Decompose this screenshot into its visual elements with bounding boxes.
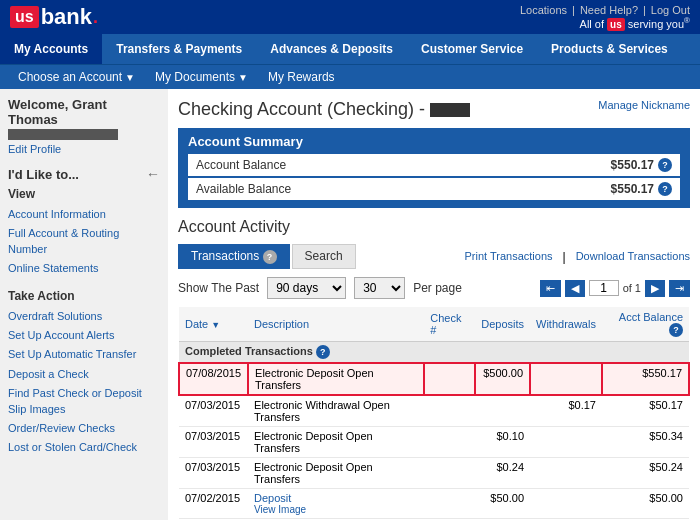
view-image-link[interactable]: View Image — [254, 504, 418, 515]
row1-desc: Electronic Deposit Open Transfers — [248, 363, 424, 395]
row5-withdrawals — [530, 489, 602, 519]
full-account-routing-link[interactable]: Full Account & Routing Number — [8, 224, 160, 259]
locations-link[interactable]: Locations — [520, 4, 567, 16]
date-sort-icon[interactable]: ▼ — [211, 320, 220, 330]
pagination-controls: ⇤ ◀ of 1 ▶ ⇥ — [540, 280, 690, 297]
row4-date: 07/03/2015 — [179, 458, 248, 489]
print-transactions-link[interactable]: Print Transactions — [464, 250, 552, 264]
account-balance-label: Account Balance — [196, 158, 286, 172]
last-page-btn[interactable]: ⇥ — [669, 280, 690, 297]
nav-my-accounts[interactable]: My Accounts — [0, 34, 102, 64]
activity-section-title: Account Activity — [178, 218, 690, 236]
find-past-check-link[interactable]: Find Past Check or Deposit Slip Images — [8, 384, 160, 419]
overdraft-solutions-link[interactable]: Overdraft Solutions — [8, 307, 160, 326]
sidebar: Welcome, Grant Thomas Edit Profile I'd L… — [0, 89, 168, 520]
row1-balance: $550.17 — [602, 363, 689, 395]
row5-date: 07/02/2015 — [179, 489, 248, 519]
transactions-table: Date ▼ Description Check # Deposits With… — [178, 307, 690, 519]
main-content: Checking Account (Checking) - Manage Nic… — [168, 89, 700, 520]
edit-profile-link[interactable]: Edit Profile — [8, 143, 61, 155]
manage-nickname-link[interactable]: Manage Nickname — [598, 99, 690, 111]
row5-check — [424, 489, 475, 519]
serving-us-badge: us — [607, 18, 625, 31]
choose-account-nav[interactable]: Choose an Account ▼ — [8, 65, 145, 89]
table-row: 07/02/2015 Deposit View Image $50.00 $50… — [179, 489, 689, 519]
nav-advances[interactable]: Advances & Deposits — [256, 34, 407, 64]
nav-customer-service[interactable]: Customer Service — [407, 34, 537, 64]
next-page-btn[interactable]: ▶ — [645, 280, 665, 297]
completed-help[interactable]: ? — [316, 345, 330, 359]
top-bar-right: Locations | Need Help? | Log Out All of … — [520, 4, 690, 30]
account-summary-title: Account Summary — [188, 134, 680, 149]
logo-dot: . — [93, 7, 98, 28]
th-deposits: Deposits — [475, 307, 530, 342]
page-title: Checking Account (Checking) - — [178, 99, 470, 120]
th-check: Check # — [424, 307, 475, 342]
table-row: 07/03/2015 Electronic Deposit Open Trans… — [179, 458, 689, 489]
row5-deposits: $50.00 — [475, 489, 530, 519]
days-select[interactable]: 90 days 30 days 60 days 120 days — [267, 277, 346, 299]
welcome-section: Welcome, Grant Thomas Edit Profile — [8, 97, 160, 156]
available-balance-help[interactable]: ? — [658, 182, 672, 196]
th-balance: Acct Balance ? — [602, 307, 689, 342]
row4-check — [424, 458, 475, 489]
row3-withdrawals — [530, 427, 602, 458]
tab-transactions[interactable]: Transactions ? — [178, 244, 290, 269]
sub-nav: Choose an Account ▼ My Documents ▼ My Re… — [0, 64, 700, 89]
account-balance-value: $550.17 ? — [611, 158, 672, 172]
log-out-link[interactable]: Log Out — [651, 4, 690, 16]
my-documents-nav[interactable]: My Documents ▼ — [145, 65, 258, 89]
row4-balance: $50.24 — [602, 458, 689, 489]
available-balance-value: $550.17 ? — [611, 182, 672, 196]
logo-bank: bank — [41, 4, 92, 30]
choose-account-arrow: ▼ — [125, 72, 135, 83]
serving-you: All of us serving you® — [580, 16, 690, 30]
balance-help-icon[interactable]: ? — [669, 323, 683, 337]
my-rewards-nav[interactable]: My Rewards — [258, 65, 345, 89]
row2-deposits — [475, 395, 530, 427]
back-icon[interactable]: ← — [146, 166, 160, 182]
id-like-to-section: I'd Like to... ← — [8, 166, 160, 182]
first-page-btn[interactable]: ⇤ — [540, 280, 561, 297]
set-up-automatic-transfer-link[interactable]: Set Up Automatic Transfer — [8, 345, 160, 364]
available-balance-row: Available Balance $550.17 ? — [188, 178, 680, 200]
available-balance-label: Available Balance — [196, 182, 291, 196]
online-statements-link[interactable]: Online Statements — [8, 259, 160, 278]
order-review-checks-link[interactable]: Order/Review Checks — [8, 419, 160, 438]
account-balance-row: Account Balance $550.17 ? — [188, 154, 680, 176]
deposit-check-link[interactable]: Deposit a Check — [8, 365, 160, 384]
row5-balance: $50.00 — [602, 489, 689, 519]
take-action-section: Take Action Overdraft Solutions Set Up A… — [8, 289, 160, 458]
tabs: Transactions ? Search — [178, 244, 356, 269]
row1-date: 07/08/2015 — [179, 363, 248, 395]
row4-desc: Electronic Deposit Open Transfers — [248, 458, 424, 489]
top-bar: us bank . Locations | Need Help? | Log O… — [0, 0, 700, 34]
account-summary: Account Summary Account Balance $550.17 … — [178, 128, 690, 208]
email-mask — [8, 129, 118, 140]
download-transactions-link[interactable]: Download Transactions — [576, 250, 690, 264]
account-balance-help[interactable]: ? — [658, 158, 672, 172]
row2-date: 07/03/2015 — [179, 395, 248, 427]
row1-deposits: $500.00 — [475, 363, 530, 395]
lost-stolen-link[interactable]: Lost or Stolen Card/Check — [8, 438, 160, 457]
nav-transfers[interactable]: Transfers & Payments — [102, 34, 256, 64]
transactions-help[interactable]: ? — [263, 250, 277, 264]
view-section: View Account Information Full Account & … — [8, 187, 160, 279]
set-up-account-alerts-link[interactable]: Set Up Account Alerts — [8, 326, 160, 345]
need-help-link[interactable]: Need Help? — [580, 4, 638, 16]
row5-desc: Deposit View Image — [248, 489, 424, 519]
page-input[interactable] — [589, 280, 619, 296]
deposit-link[interactable]: Deposit — [254, 492, 291, 504]
nav-products[interactable]: Products & Services — [537, 34, 682, 64]
table-row: 07/08/2015 Electronic Deposit Open Trans… — [179, 363, 689, 395]
perpage-select[interactable]: 30 50 100 — [354, 277, 405, 299]
completed-section-header: Completed Transactions ? — [179, 342, 689, 364]
page-of: of 1 — [623, 282, 641, 294]
account-information-link[interactable]: Account Information — [8, 205, 160, 224]
take-action-title: Take Action — [8, 289, 160, 303]
tab-search[interactable]: Search — [292, 244, 356, 269]
row3-deposits: $0.10 — [475, 427, 530, 458]
view-section-title: View — [8, 187, 160, 201]
prev-page-btn[interactable]: ◀ — [565, 280, 585, 297]
account-number-mask — [430, 103, 470, 117]
